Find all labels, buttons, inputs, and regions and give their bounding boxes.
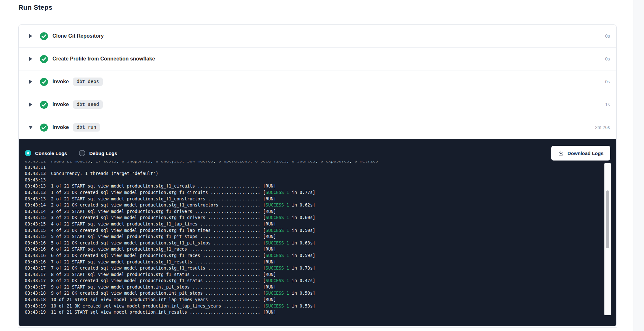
- step-title: Invoke: [52, 79, 69, 85]
- check-circle-icon: [40, 55, 48, 63]
- page-title: Run Steps: [18, 4, 52, 11]
- download-logs-label: Download Logs: [567, 151, 603, 156]
- download-icon: [558, 150, 564, 156]
- log-scrollbar-track[interactable]: [604, 163, 611, 315]
- console-log-output[interactable]: 03:43:11 Found 21 models, 17 tests, 0 sn…: [25, 161, 596, 318]
- radio-label: Debug Logs: [89, 151, 117, 156]
- check-circle-icon: [40, 123, 48, 132]
- step-duration: 0s: [605, 56, 610, 61]
- next-section-divider: [18, 327, 617, 328]
- step-title: Invoke: [52, 102, 69, 107]
- console-log-panel: Console Logs Debug Logs Download Logs 03…: [19, 139, 616, 326]
- command-chip: dbt deps: [73, 78, 103, 86]
- tab-console-logs[interactable]: Console Logs: [25, 150, 67, 156]
- step-row-clone-git-repository[interactable]: Clone Git Repository 0s: [19, 25, 616, 48]
- download-logs-button[interactable]: Download Logs: [551, 146, 610, 161]
- log-text: 03:43:11 Found 21 models, 17 tests, 0 sn…: [25, 161, 596, 316]
- step-row-invoke-dbt-run[interactable]: Invoke dbt run 2m 26s: [19, 116, 616, 139]
- command-chip: dbt seed: [73, 100, 103, 109]
- radio-selected-icon[interactable]: [25, 150, 31, 156]
- step-duration: 0s: [605, 79, 610, 84]
- chevron-right-icon[interactable]: [28, 80, 33, 84]
- chevron-right-icon[interactable]: [28, 103, 33, 106]
- step-duration: 1s: [605, 102, 610, 107]
- tab-debug-logs[interactable]: Debug Logs: [79, 150, 117, 156]
- step-duration: 0s: [605, 33, 610, 39]
- page-right-gutter: [633, 0, 644, 331]
- step-row-invoke-dbt-deps[interactable]: Invoke dbt deps 0s: [19, 70, 616, 93]
- radio-label: Console Logs: [35, 151, 67, 156]
- chevron-right-icon[interactable]: [28, 57, 33, 61]
- radio-unselected-icon[interactable]: [79, 150, 85, 156]
- check-circle-icon: [40, 32, 48, 41]
- chevron-right-icon[interactable]: [28, 34, 33, 38]
- log-panel-header: Console Logs Debug Logs Download Logs: [19, 139, 616, 161]
- chevron-down-icon[interactable]: [28, 126, 33, 129]
- check-circle-icon: [40, 78, 48, 86]
- command-chip: dbt run: [73, 123, 100, 132]
- step-row-create-profile[interactable]: Create Profile from Connection snowflake…: [19, 48, 616, 70]
- log-scrollbar-thumb[interactable]: [606, 190, 609, 248]
- step-duration: 2m 26s: [595, 125, 610, 130]
- run-steps-card: Clone Git Repository 0s Create Profile f…: [18, 24, 617, 326]
- step-title: Create Profile from Connection snowflake: [52, 56, 155, 62]
- step-row-invoke-dbt-seed[interactable]: Invoke dbt seed 1s: [19, 93, 616, 116]
- step-title: Clone Git Repository: [52, 33, 104, 39]
- step-title: Invoke: [52, 124, 69, 130]
- check-circle-icon: [40, 100, 48, 109]
